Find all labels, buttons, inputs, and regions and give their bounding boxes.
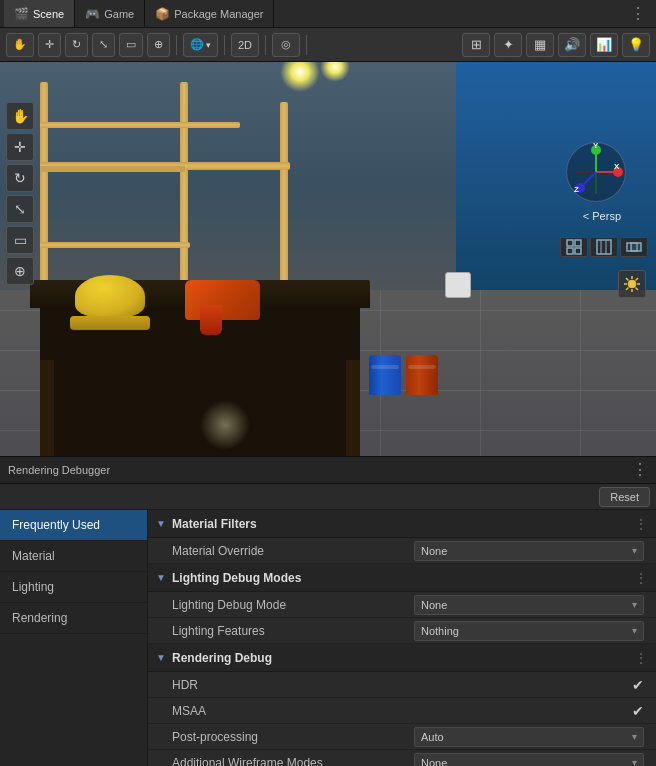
hdr-label: HDR: [172, 678, 632, 692]
tool-body: [185, 280, 260, 320]
panel-menu-button[interactable]: ⋮: [632, 462, 648, 478]
scaffold-beam: [40, 242, 190, 248]
msaa-label: MSAA: [172, 704, 632, 718]
material-filters-menu-button[interactable]: ⋮: [634, 516, 648, 532]
audio-button[interactable]: 🔊: [558, 33, 586, 57]
stats-button[interactable]: 📊: [590, 33, 618, 57]
2d-label: 2D: [238, 39, 252, 51]
package-icon: 📦: [155, 7, 170, 21]
hdr-checkmark[interactable]: ✔: [632, 677, 644, 693]
look-around-button[interactable]: ✛: [6, 133, 34, 161]
sidebar-item-rendering[interactable]: Rendering: [0, 603, 147, 634]
lighting-debug-title: Lighting Debug Modes: [172, 571, 630, 585]
view-pan-button[interactable]: ✋: [6, 102, 34, 130]
effects-icon: ✦: [503, 37, 514, 52]
move-icon: ✛: [45, 38, 54, 51]
tool-handle: [200, 305, 222, 335]
rendering-debug-menu-button[interactable]: ⋮: [634, 650, 648, 666]
svg-line-27: [636, 278, 639, 281]
sidebar-item-frequently-used[interactable]: Frequently Used: [0, 510, 147, 541]
focus-icon: ▭: [14, 232, 27, 248]
material-override-dropdown-arrow: ▾: [632, 545, 637, 556]
vfx-button[interactable]: 💡: [622, 33, 650, 57]
rect-tool-button[interactable]: ▭: [119, 33, 143, 57]
post-processing-dropdown[interactable]: Auto ▾: [414, 727, 644, 747]
selection-button[interactable]: ⊕: [6, 257, 34, 285]
grid-toggle-button[interactable]: [560, 237, 588, 257]
barrel-2: [406, 355, 438, 395]
scaffold-brace: [40, 82, 185, 172]
workbench-leg-left: [40, 360, 54, 460]
tab-game-label: Game: [104, 8, 134, 20]
lighting-features-row: Lighting Features Nothing ▾: [148, 618, 656, 644]
barrel-1: [369, 355, 401, 395]
2d-toggle-button[interactable]: 2D: [231, 33, 259, 57]
tab-scene-label: Scene: [33, 8, 64, 20]
lighting-features-value: Nothing ▾: [414, 621, 644, 641]
workbench-leg-right: [346, 360, 360, 460]
shading-button[interactable]: [590, 237, 618, 257]
separator-3: [265, 35, 266, 55]
viewport-left-toolbar: ✋ ✛ ↻ ⤡ ▭ ⊕: [6, 102, 34, 285]
tab-scene[interactable]: 🎬 Scene: [4, 0, 75, 27]
orbit-button[interactable]: ↻: [6, 164, 34, 192]
layers-button[interactable]: ⊞: [462, 33, 490, 57]
rendering-debug-section-header[interactable]: ▼ Rendering Debug ⋮: [148, 644, 656, 672]
grid-icon: [566, 239, 582, 255]
power-tool: [175, 275, 265, 335]
lighting-debug-menu-button[interactable]: ⋮: [634, 570, 648, 586]
focus-button[interactable]: ▭: [6, 226, 34, 254]
globe-button[interactable]: 🌐 ▾: [183, 33, 218, 57]
rect-icon: ▭: [126, 38, 136, 51]
lighting-debug-mode-label: Lighting Debug Mode: [172, 598, 414, 612]
zoom-button[interactable]: ⤡: [6, 195, 34, 223]
rotate-tool-button[interactable]: ↻: [65, 33, 88, 57]
wireframe-modes-dropdown[interactable]: None ▾: [414, 753, 644, 767]
hand-tool-button[interactable]: ✋: [6, 33, 34, 57]
material-filters-section-header[interactable]: ▼ Material Filters ⋮: [148, 510, 656, 538]
svg-text:Y: Y: [593, 142, 599, 150]
viewport-toolbar: ✋ ✛ ↻ ⤡ ▭ ⊕ 🌐 ▾ 2D ◎ ⊞ ✦ ▦ 🔊 📊 💡: [0, 28, 656, 62]
rendering-debug-title: Rendering Debug: [172, 651, 630, 665]
scale-tool-button[interactable]: ⤡: [92, 33, 115, 57]
sun-button[interactable]: [618, 270, 646, 298]
effects-button[interactable]: ✦: [494, 33, 522, 57]
orbit-icon: ↻: [14, 170, 26, 186]
lighting-features-arrow: ▾: [632, 625, 637, 636]
material-override-label: Material Override: [172, 544, 414, 558]
wireframe-modes-dropdown-value: None: [421, 757, 447, 767]
msaa-checkmark[interactable]: ✔: [632, 703, 644, 719]
svg-rect-14: [575, 248, 581, 254]
main-properties-content: ▼ Material Filters ⋮ Material Override N…: [148, 510, 656, 766]
lighting-debug-mode-dropdown[interactable]: None ▾: [414, 595, 644, 615]
lighting-features-dropdown-value: Nothing: [421, 625, 459, 637]
panel-title: Rendering Debugger: [8, 464, 632, 476]
lighting-debug-section-header[interactable]: ▼ Lighting Debug Modes ⋮: [148, 564, 656, 592]
post-processing-dropdown-value: Auto: [421, 731, 444, 743]
svg-text:Z: Z: [574, 185, 579, 194]
lighting-debug-mode-arrow: ▾: [632, 599, 637, 610]
viewport[interactable]: X Y Z < Persp: [0, 62, 656, 490]
tab-package-manager[interactable]: 📦 Package Manager: [145, 0, 274, 27]
material-override-dropdown[interactable]: None ▾: [414, 541, 644, 561]
sun-icon: [623, 275, 641, 293]
move-tool-button[interactable]: ✛: [38, 33, 61, 57]
material-filters-arrow-icon: ▼: [156, 518, 168, 529]
display-button[interactable]: ▦: [526, 33, 554, 57]
lighting-features-dropdown[interactable]: Nothing ▾: [414, 621, 644, 641]
tab-game[interactable]: 🎮 Game: [75, 0, 145, 27]
sidebar-item-material[interactable]: Material: [0, 541, 147, 572]
spotlight-floor: [200, 400, 250, 450]
lighting-debug-mode-value: None ▾: [414, 595, 644, 615]
tab-bar: 🎬 Scene 🎮 Game 📦 Package Manager ⋮: [0, 0, 656, 28]
reset-button[interactable]: Reset: [599, 487, 650, 507]
tab-bar-menu-button[interactable]: ⋮: [624, 6, 652, 22]
sidebar-item-lighting[interactable]: Lighting: [0, 572, 147, 603]
transform-tool-button[interactable]: ⊕: [147, 33, 170, 57]
tab-package-label: Package Manager: [174, 8, 263, 20]
post-processing-value: Auto ▾: [414, 727, 644, 747]
overlay-button[interactable]: [620, 237, 648, 257]
orientation-cube[interactable]: [445, 272, 471, 298]
persp-button[interactable]: ◎: [272, 33, 300, 57]
lighting-debug-mode-dropdown-value: None: [421, 599, 447, 611]
